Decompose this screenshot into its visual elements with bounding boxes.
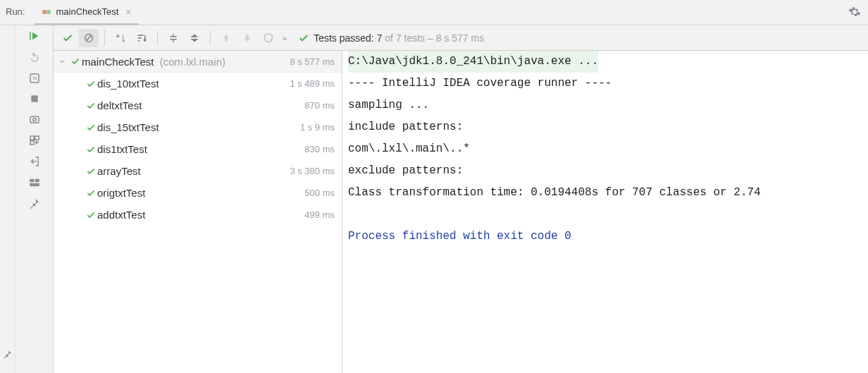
svg-rect-4 bbox=[30, 116, 39, 123]
test-time: 870 ms bbox=[304, 100, 335, 111]
tree-test-row[interactable]: origtxtTest 500 ms bbox=[54, 182, 342, 204]
close-icon[interactable]: × bbox=[125, 6, 131, 18]
console-line: sampling ... bbox=[348, 99, 429, 111]
show-ignored-icon[interactable] bbox=[79, 29, 99, 47]
test-name: dis_15txtTest bbox=[97, 121, 300, 133]
check-icon bbox=[85, 145, 97, 154]
show-passed-icon[interactable] bbox=[58, 29, 78, 47]
test-toolbar: » Tests passed: 7 of 7 tests – 8 s 577 m… bbox=[54, 25, 868, 51]
svg-rect-8 bbox=[30, 183, 39, 187]
root-time: 8 s 577 ms bbox=[290, 56, 335, 67]
shield-icon[interactable] bbox=[259, 29, 278, 47]
console-line: ---- IntelliJ IDEA coverage runner ---- bbox=[348, 77, 612, 90]
gear-icon[interactable] bbox=[848, 6, 861, 18]
console-line: com\.lxl\.main\..* bbox=[348, 142, 470, 155]
sort-duration-icon[interactable] bbox=[132, 29, 151, 47]
run-titlebar: Run: mainCheckTest × bbox=[0, 0, 868, 25]
content-column: » Tests passed: 7 of 7 tests – 8 s 577 m… bbox=[54, 25, 868, 373]
check-icon bbox=[85, 123, 97, 133]
test-name: deltxtTest bbox=[97, 99, 304, 111]
toggle-auto-test-icon[interactable] bbox=[28, 72, 41, 85]
rerun-failed-icon[interactable] bbox=[28, 51, 41, 63]
more-icon[interactable]: » bbox=[280, 34, 290, 42]
expand-all-icon[interactable] bbox=[163, 29, 183, 47]
stop-icon[interactable] bbox=[29, 93, 40, 104]
dump-threads-icon[interactable] bbox=[28, 113, 41, 126]
tree-test-row[interactable]: dis_15txtTest 1 s 9 ms bbox=[54, 116, 342, 138]
main-area: » Tests passed: 7 of 7 tests – 8 s 577 m… bbox=[0, 25, 868, 373]
total-duration: 8 s 577 ms bbox=[436, 32, 484, 44]
console-exit-line: Process finished with exit code 0 bbox=[348, 230, 571, 243]
svg-point-1 bbox=[46, 9, 51, 13]
chevron-down-icon[interactable] bbox=[58, 57, 69, 66]
test-time: 3 s 380 ms bbox=[290, 166, 335, 176]
test-name: dis_10txtTest bbox=[97, 78, 290, 90]
check-icon bbox=[85, 166, 97, 176]
next-failed-icon[interactable] bbox=[237, 29, 257, 47]
run-tab-title: mainCheckTest bbox=[56, 6, 118, 17]
rerun-icon[interactable] bbox=[28, 30, 41, 42]
check-icon bbox=[85, 188, 97, 198]
console-line: Class transformation time: 0.0194408s fo… bbox=[348, 186, 761, 199]
console-line: exclude patterns: bbox=[348, 164, 463, 177]
test-name: origtxtTest bbox=[97, 187, 304, 199]
svg-rect-7 bbox=[35, 179, 39, 183]
prev-failed-icon[interactable] bbox=[216, 29, 236, 47]
passed-count: 7 bbox=[377, 32, 383, 44]
test-time: 830 ms bbox=[304, 144, 335, 154]
tree-test-row[interactable]: dis_10txtTest 1 s 489 ms bbox=[54, 73, 342, 94]
restore-layout-icon[interactable] bbox=[28, 134, 41, 147]
side-tool-strip bbox=[0, 25, 16, 373]
check-icon bbox=[85, 210, 97, 220]
test-tree[interactable]: mainCheckTest (com.lxl.main) 8 s 577 ms … bbox=[54, 51, 342, 373]
dash: – bbox=[428, 32, 433, 44]
run-gutter bbox=[16, 25, 54, 373]
collapse-all-icon[interactable] bbox=[185, 29, 204, 47]
test-name: arrayTest bbox=[97, 165, 290, 177]
console-line: include patterns: bbox=[348, 121, 463, 133]
tree-root-row[interactable]: mainCheckTest (com.lxl.main) 8 s 577 ms bbox=[54, 51, 342, 73]
test-time: 1 s 489 ms bbox=[290, 78, 335, 89]
tree-test-row[interactable]: addtxtTest 499 ms bbox=[54, 204, 342, 226]
of-tests: of 7 tests bbox=[385, 32, 425, 44]
tree-test-row[interactable]: dis1txtTest 830 ms bbox=[54, 138, 342, 160]
tree-test-row[interactable]: arrayTest 3 s 380 ms bbox=[54, 160, 342, 182]
console-output[interactable]: C:\Java\jdk1.8.0_241\bin\java.exe ... --… bbox=[342, 51, 868, 373]
run-tab[interactable]: mainCheckTest × bbox=[35, 0, 138, 25]
svg-rect-3 bbox=[31, 95, 37, 102]
sort-alpha-icon[interactable] bbox=[111, 29, 130, 47]
run-label: Run: bbox=[6, 0, 25, 17]
check-icon bbox=[85, 79, 97, 89]
check-icon bbox=[85, 101, 97, 111]
test-time: 500 ms bbox=[304, 188, 335, 198]
check-icon bbox=[69, 56, 82, 66]
test-name: addtxtTest bbox=[97, 209, 304, 221]
svg-point-0 bbox=[42, 9, 46, 13]
exit-icon[interactable] bbox=[28, 155, 41, 168]
check-icon bbox=[298, 32, 309, 44]
svg-point-5 bbox=[32, 118, 36, 122]
layout-icon[interactable] bbox=[28, 176, 41, 189]
status-prefix: Tests passed: bbox=[314, 32, 374, 44]
run-config-icon bbox=[42, 7, 51, 17]
test-name: dis1txtTest bbox=[97, 143, 304, 155]
tree-test-row[interactable]: deltxtTest 870 ms bbox=[54, 94, 342, 116]
console-command: C:\Java\jdk1.8.0_241\bin\java.exe ... bbox=[348, 51, 598, 73]
test-status: Tests passed: 7 of 7 tests – 8 s 577 ms bbox=[298, 32, 484, 44]
svg-rect-6 bbox=[30, 179, 34, 183]
test-time: 499 ms bbox=[304, 209, 335, 220]
results-body: mainCheckTest (com.lxl.main) 8 s 577 ms … bbox=[54, 51, 868, 373]
root-package: (com.lxl.main) bbox=[160, 56, 225, 68]
pin-icon[interactable] bbox=[29, 197, 40, 209]
test-time: 1 s 9 ms bbox=[300, 122, 335, 133]
pin-icon[interactable] bbox=[3, 349, 13, 359]
root-test-name: mainCheckTest bbox=[82, 56, 154, 68]
